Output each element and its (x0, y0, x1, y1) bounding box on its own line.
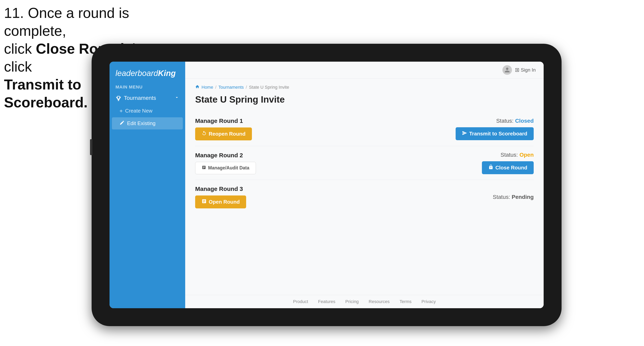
round-3-status: Status: Pending (493, 194, 534, 200)
breadcrumb: Home / Tournaments / State U Spring Invi… (195, 85, 534, 90)
round-1-status-value: Closed (515, 118, 534, 124)
page-title: State U Spring Invite (195, 94, 534, 105)
round-3-section: Manage Round 3 Open Round Status: (195, 180, 534, 214)
sidebar-tournaments-label: Tournaments (124, 95, 156, 101)
instruction-line1: 11. Once a round is complete, (4, 5, 129, 39)
footer-features[interactable]: Features (318, 299, 335, 304)
round-3-status-value: Pending (512, 194, 534, 200)
footer-privacy[interactable]: Privacy (421, 299, 436, 304)
round-1-section: Manage Round 1 Reopen Round Status: (195, 112, 534, 146)
tablet-device: leaderboardKing MAIN MENU Tournaments (92, 44, 562, 326)
open-round-icon (202, 199, 207, 205)
logo-area: leaderboardKing (110, 62, 185, 83)
manage-audit-data-button[interactable]: Manage/Audit Data (195, 162, 256, 174)
transmit-icon (462, 131, 467, 137)
round-2-title: Manage Round 2 (195, 152, 256, 159)
round-3-title: Manage Round 3 (195, 185, 246, 192)
sidebar-item-edit-existing[interactable]: Edit Existing (112, 117, 183, 130)
round-1-title: Manage Round 1 (195, 118, 252, 124)
breadcrumb-sep2: / (246, 85, 247, 90)
round-2-status: Status: Open (500, 152, 534, 158)
footer-pricing[interactable]: Pricing (345, 299, 359, 304)
user-avatar (502, 65, 512, 75)
chevron-down-icon (174, 95, 179, 101)
transmit-to-scoreboard-button[interactable]: Transmit to Scoreboard (456, 127, 534, 140)
reopen-round-label: Reopen Round (209, 131, 246, 137)
footer: Product Features Pricing Resources Terms… (185, 295, 544, 308)
round-2-status-value: Open (519, 152, 534, 158)
edit-existing-label: Edit Existing (127, 120, 156, 127)
app-logo: leaderboardKing (116, 69, 179, 78)
footer-product[interactable]: Product (293, 299, 308, 304)
footer-terms[interactable]: Terms (400, 299, 412, 304)
page-content-area: Home / Tournaments / State U Spring Invi… (185, 79, 544, 295)
reopen-round-button[interactable]: Reopen Round (195, 128, 252, 140)
sidebar: leaderboardKing MAIN MENU Tournaments (110, 62, 185, 308)
manage-audit-label: Manage/Audit Data (208, 165, 249, 171)
home-icon (195, 85, 200, 90)
footer-resources[interactable]: Resources (368, 299, 390, 304)
breadcrumb-current: State U Spring Invite (249, 85, 289, 90)
main-content: Sign In Home / Tournaments / (185, 62, 544, 308)
close-round-label: Close Round (496, 165, 527, 171)
round-1-status: Status: Closed (496, 118, 534, 124)
main-menu-label: MAIN MENU (110, 83, 185, 91)
breadcrumb-sep1: / (215, 85, 216, 90)
edit-icon (120, 120, 125, 127)
close-round-button[interactable]: Close Round (482, 161, 534, 174)
trophy-icon (116, 95, 122, 101)
plus-icon: + (120, 108, 123, 114)
sign-in-area[interactable]: Sign In (502, 65, 536, 75)
breadcrumb-tournaments[interactable]: Tournaments (218, 85, 244, 90)
tablet-screen: leaderboardKing MAIN MENU Tournaments (110, 62, 544, 308)
top-bar: Sign In (185, 62, 544, 79)
sidebar-item-create-new[interactable]: + Create New (110, 105, 185, 117)
open-round-button[interactable]: Open Round (195, 195, 246, 208)
breadcrumb-home[interactable]: Home (202, 85, 213, 90)
audit-icon (202, 165, 206, 171)
round-2-section: Manage Round 2 Manage/Audit Data Status: (195, 146, 534, 180)
create-new-label: Create New (125, 108, 152, 114)
sidebar-item-tournaments[interactable]: Tournaments (110, 91, 185, 105)
transmit-scoreboard-label: Transmit to Scoreboard (469, 131, 527, 137)
reopen-icon (202, 131, 207, 137)
open-round-label: Open Round (209, 199, 240, 205)
lock-icon (488, 165, 494, 171)
instruction-line4: Transmit to Scoreboard. (4, 77, 88, 110)
sign-in-label: Sign In (515, 67, 536, 73)
